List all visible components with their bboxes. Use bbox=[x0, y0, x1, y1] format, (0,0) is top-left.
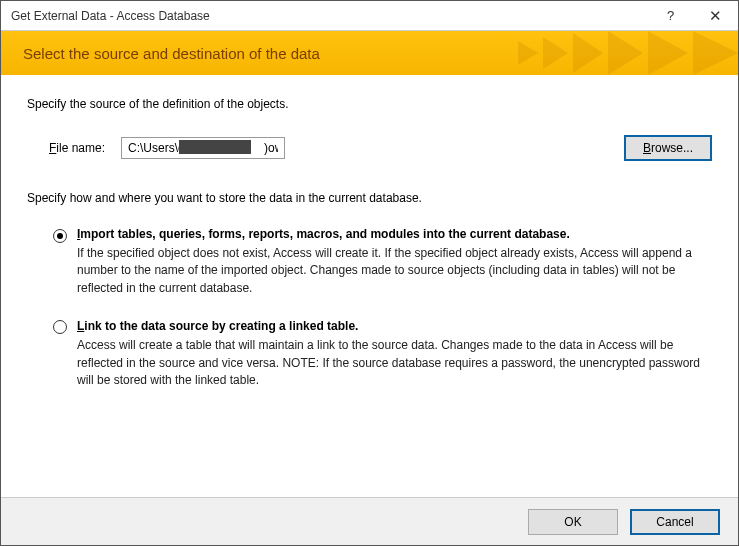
option-import-desc: If the specified object does not exist, … bbox=[77, 245, 708, 297]
source-section-label: Specify the source of the definition of … bbox=[27, 97, 712, 111]
browse-button[interactable]: Browse... bbox=[624, 135, 712, 161]
svg-marker-2 bbox=[573, 33, 603, 73]
file-name-label: File name: bbox=[49, 141, 111, 155]
radio-link[interactable] bbox=[53, 320, 67, 334]
svg-marker-0 bbox=[518, 41, 538, 65]
svg-marker-1 bbox=[543, 37, 568, 69]
svg-marker-5 bbox=[693, 31, 738, 75]
dialog-footer: OK Cancel bbox=[1, 497, 738, 545]
dialog-content: Specify the source of the definition of … bbox=[1, 75, 738, 497]
close-button[interactable]: ✕ bbox=[693, 1, 738, 31]
svg-marker-4 bbox=[648, 31, 688, 75]
store-section-label: Specify how and where you want to store … bbox=[27, 191, 712, 205]
help-button[interactable]: ? bbox=[648, 1, 693, 31]
option-link-title: Link to the data source by creating a li… bbox=[77, 319, 708, 333]
radio-import[interactable] bbox=[53, 229, 67, 243]
banner-title: Select the source and destination of the… bbox=[23, 45, 320, 62]
banner: Select the source and destination of the… bbox=[1, 31, 738, 75]
titlebar: Get External Data - Access Database ? ✕ bbox=[1, 1, 738, 31]
option-link-desc: Access will create a table that will mai… bbox=[77, 337, 708, 389]
redacted-path-segment bbox=[179, 140, 251, 154]
option-import-title: Import tables, queries, forms, reports, … bbox=[77, 227, 708, 241]
option-link[interactable]: Link to the data source by creating a li… bbox=[27, 319, 712, 389]
window-title: Get External Data - Access Database bbox=[11, 9, 648, 23]
ok-button[interactable]: OK bbox=[528, 509, 618, 535]
cancel-button[interactable]: Cancel bbox=[630, 509, 720, 535]
file-row: File name: Browse... bbox=[27, 135, 712, 161]
svg-marker-3 bbox=[608, 31, 643, 75]
banner-arrows-deco bbox=[518, 31, 738, 75]
option-import[interactable]: Import tables, queries, forms, reports, … bbox=[27, 227, 712, 297]
